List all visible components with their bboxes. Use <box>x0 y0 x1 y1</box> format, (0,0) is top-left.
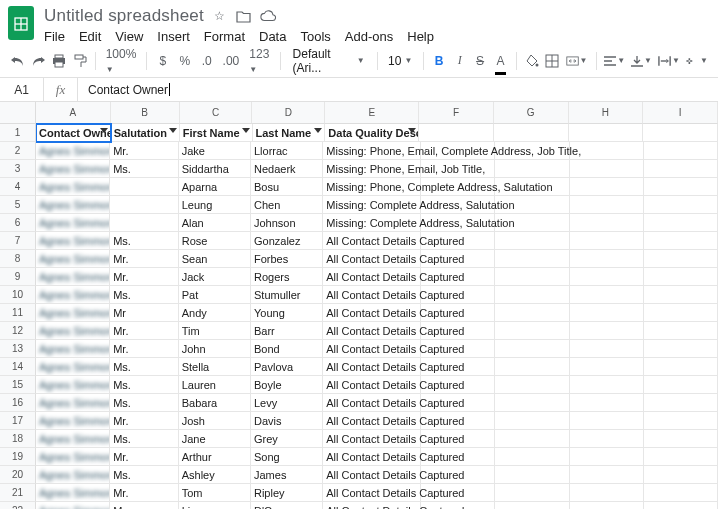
cell[interactable]: Missing: Complete Address, Salutation <box>323 214 421 232</box>
cell[interactable] <box>570 286 644 304</box>
cell[interactable]: Ms. <box>110 286 179 304</box>
cell[interactable] <box>644 214 718 232</box>
cell[interactable] <box>644 268 718 286</box>
cell[interactable] <box>570 466 644 484</box>
filter-icon[interactable] <box>169 128 177 133</box>
row-header[interactable]: 4 <box>0 178 36 196</box>
cell[interactable]: Sean <box>179 250 251 268</box>
cell[interactable] <box>495 448 569 466</box>
text-wrap-icon[interactable]: ▼ <box>658 49 680 73</box>
cell[interactable] <box>570 304 644 322</box>
row-header[interactable]: 21 <box>0 484 36 502</box>
cell[interactable] <box>644 250 718 268</box>
cell[interactable]: All Contact Details Captured <box>323 304 421 322</box>
cell[interactable]: John <box>179 340 251 358</box>
cell[interactable] <box>570 232 644 250</box>
text-color-button[interactable]: A <box>493 49 508 73</box>
cell[interactable]: Mr. <box>110 250 179 268</box>
col-header-G[interactable]: G <box>494 102 569 124</box>
cell[interactable] <box>570 502 644 509</box>
formula-input[interactable]: Contact Owner <box>78 83 718 97</box>
cell[interactable]: Ms. <box>110 376 179 394</box>
cell[interactable]: All Contact Details Captured <box>323 376 421 394</box>
cell[interactable]: All Contact Details Captured <box>323 394 421 412</box>
cell[interactable] <box>494 124 569 142</box>
cell[interactable]: Chen <box>251 196 323 214</box>
cell[interactable] <box>495 430 569 448</box>
bold-button[interactable]: B <box>432 49 447 73</box>
cell[interactable]: Forbes <box>251 250 323 268</box>
cell[interactable] <box>495 322 569 340</box>
row-header[interactable]: 20 <box>0 466 36 484</box>
cell[interactable] <box>644 502 718 509</box>
cell[interactable]: All Contact Details Captured <box>323 286 421 304</box>
cell[interactable]: Bond <box>251 340 323 358</box>
cell[interactable]: All Contact Details Captured <box>323 232 421 250</box>
cell[interactable] <box>495 466 569 484</box>
font-size-select[interactable]: 10 ▼ <box>385 54 415 68</box>
cell[interactable]: Agnes Simmons <box>36 466 110 484</box>
cell[interactable] <box>495 358 569 376</box>
cell[interactable]: Agnes Simmons <box>36 322 110 340</box>
cell[interactable] <box>495 232 569 250</box>
cell[interactable]: Andy <box>179 304 251 322</box>
cell[interactable]: Levy <box>251 394 323 412</box>
cell[interactable]: Mr. <box>110 142 179 160</box>
row-header[interactable]: 9 <box>0 268 36 286</box>
cell[interactable] <box>569 124 644 142</box>
cell[interactable]: Siddartha <box>179 160 251 178</box>
cell[interactable] <box>570 430 644 448</box>
cell[interactable]: Salutation <box>111 124 180 142</box>
cell[interactable]: Missing: Phone, Complete Address, Saluta… <box>323 178 421 196</box>
cell[interactable] <box>570 340 644 358</box>
cell[interactable] <box>644 178 718 196</box>
cell[interactable] <box>570 322 644 340</box>
cell[interactable]: Mr. <box>110 484 179 502</box>
cell[interactable]: Jake <box>179 142 251 160</box>
cell[interactable] <box>570 196 644 214</box>
cell[interactable]: Ms. <box>110 502 179 509</box>
cell[interactable] <box>110 214 179 232</box>
cell[interactable]: Data Quality Description <box>325 124 419 142</box>
cell[interactable]: Missing: Phone, Email, Job Title, <box>323 160 421 178</box>
menu-view[interactable]: View <box>115 29 143 44</box>
spreadsheet-grid[interactable]: 123456789101112131415161718192021222324 … <box>0 102 718 509</box>
cell[interactable] <box>570 448 644 466</box>
cell[interactable]: All Contact Details Captured <box>323 412 421 430</box>
cell[interactable]: All Contact Details Captured <box>323 358 421 376</box>
menu-tools[interactable]: Tools <box>300 29 330 44</box>
menu-edit[interactable]: Edit <box>79 29 101 44</box>
cell[interactable]: Ms. <box>110 232 179 250</box>
row-header[interactable]: 2 <box>0 142 36 160</box>
cell[interactable] <box>570 394 644 412</box>
row-header[interactable]: 8 <box>0 250 36 268</box>
cell[interactable]: Llorrac <box>251 142 323 160</box>
fill-color-icon[interactable] <box>525 49 540 73</box>
row-header[interactable]: 12 <box>0 322 36 340</box>
cell[interactable]: Leung <box>179 196 251 214</box>
filter-icon[interactable] <box>408 128 416 133</box>
cell[interactable]: Ms. <box>110 160 179 178</box>
cell[interactable] <box>570 376 644 394</box>
cell[interactable]: Davis <box>251 412 323 430</box>
row-header[interactable]: 11 <box>0 304 36 322</box>
cell[interactable]: Agnes Simmons <box>36 502 110 509</box>
cell[interactable]: Agnes Simmons <box>36 214 110 232</box>
row-header[interactable]: 22 <box>0 502 36 509</box>
cell[interactable]: All Contact Details Captured <box>323 340 421 358</box>
cell[interactable] <box>110 196 179 214</box>
zoom-select[interactable]: 100% ▼ <box>104 47 139 75</box>
cell[interactable]: Ms. <box>110 358 179 376</box>
cell[interactable]: All Contact Details Captured <box>323 250 421 268</box>
cell[interactable]: Ms. <box>110 430 179 448</box>
cell[interactable]: Agnes Simmons <box>36 376 110 394</box>
borders-icon[interactable] <box>545 49 560 73</box>
cell[interactable] <box>570 178 644 196</box>
cell[interactable]: Ashley <box>179 466 251 484</box>
row-header[interactable]: 1 <box>0 124 36 142</box>
row-header[interactable]: 5 <box>0 196 36 214</box>
print-icon[interactable] <box>52 49 67 73</box>
cell[interactable] <box>644 484 718 502</box>
cell[interactable]: All Contact Details Captured <box>323 448 421 466</box>
cell[interactable]: All Contact Details Captured <box>323 268 421 286</box>
